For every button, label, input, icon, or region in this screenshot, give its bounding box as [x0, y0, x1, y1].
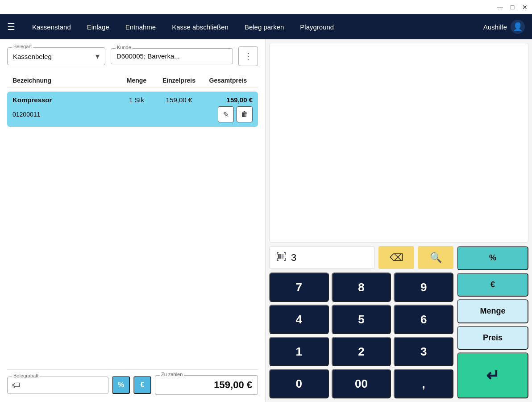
belegrabatt-label: Belegrabatt: [12, 373, 40, 378]
col-einzelpreis: Einzelpreis: [154, 77, 204, 84]
keypad-input-row: 3 ⌫ 🔍: [269, 246, 453, 269]
keypad-input-display[interactable]: 3: [269, 246, 375, 269]
key-3[interactable]: 3: [394, 337, 453, 366]
keypad-input-value: 3: [291, 252, 296, 264]
search-icon: 🔍: [430, 252, 442, 264]
key-5[interactable]: 5: [332, 305, 391, 334]
belegart-value: Kassenbeleg: [13, 53, 52, 60]
nav-user-label: Aushilfe: [483, 23, 507, 31]
discount-euro-button[interactable]: €: [133, 376, 151, 394]
key-7[interactable]: 7: [269, 272, 329, 302]
title-bar: — □ ✕: [0, 0, 532, 14]
key-comma[interactable]: ,: [394, 369, 453, 398]
svg-rect-3: [285, 252, 286, 255]
key-4[interactable]: 4: [269, 305, 329, 334]
col-gesamtpreis: Gesamtpreis: [204, 77, 253, 84]
discount-percent-button[interactable]: %: [112, 376, 130, 394]
hamburger-button[interactable]: ☰: [7, 21, 15, 32]
close-button[interactable]: ✕: [521, 4, 528, 11]
delete-key-button[interactable]: ⌫: [378, 246, 414, 269]
key-8[interactable]: 8: [332, 272, 391, 302]
item-code: 01200011: [12, 111, 40, 118]
search-key-button[interactable]: 🔍: [418, 246, 453, 269]
nav-kassenstand[interactable]: Kassenstand: [24, 14, 79, 39]
nav-einlage[interactable]: Einlage: [79, 14, 117, 39]
svg-rect-1: [277, 252, 278, 255]
zu-zahlen-field: Zu zahlen 159,00 €: [155, 375, 258, 395]
col-bezeichnung: Bezeichnung: [12, 77, 119, 84]
belegart-arrow-icon: ▾: [96, 51, 100, 61]
main-content: Belegart Kassenbeleg ▾ Kunde D600005; Ba…: [0, 39, 532, 402]
menge-button[interactable]: Menge: [457, 299, 528, 323]
user-avatar: 👤: [511, 20, 525, 34]
key-1[interactable]: 1: [269, 337, 329, 366]
minimize-button[interactable]: —: [496, 4, 503, 11]
edit-button[interactable]: ✎: [218, 106, 234, 122]
more-button[interactable]: ⋮: [238, 46, 258, 66]
table-row[interactable]: Kompressor 1 Stk 159,00 € 159,00 € 01200…: [7, 92, 258, 127]
key-6[interactable]: 6: [394, 305, 453, 334]
nav-beleg-parken[interactable]: Beleg parken: [237, 14, 292, 39]
svg-rect-13: [278, 256, 285, 257]
item-row-top: Kompressor 1 Stk 159,00 € 159,00 €: [12, 96, 253, 104]
navbar: ☰ Kassenstand Einlage Entnahme Kasse abs…: [0, 14, 532, 39]
bottom-bar: Belegrabatt 🏷 % € Zu zahlen 159,00 €: [7, 369, 258, 395]
belegart-field[interactable]: Belegart Kassenbeleg ▾: [7, 47, 105, 65]
item-actions: ✎ 🗑: [218, 106, 253, 122]
key-9[interactable]: 9: [394, 272, 453, 302]
enter-button[interactable]: ↵: [457, 352, 528, 398]
item-gesamtpreis: 159,00 €: [204, 96, 253, 104]
key-0[interactable]: 0: [269, 369, 329, 398]
enter-icon: ↵: [486, 366, 499, 385]
kunde-value: D600005; Barverka...: [116, 52, 180, 60]
item-name: Kompressor: [12, 96, 119, 104]
svg-rect-7: [285, 258, 286, 261]
col-menge: Menge: [119, 77, 154, 84]
item-row-bottom: 01200011 ✎ 🗑: [12, 106, 253, 122]
keypad-grid: 7 8 9 4 5 6 1 2 3 0 00 ,: [269, 272, 453, 398]
delete-button[interactable]: 🗑: [237, 106, 253, 122]
form-row: Belegart Kassenbeleg ▾ Kunde D600005; Ba…: [7, 46, 258, 66]
svg-rect-5: [277, 258, 278, 261]
total-value: 159,00 €: [161, 379, 252, 391]
belegrabatt-field: Belegrabatt 🏷: [7, 377, 108, 394]
key-2[interactable]: 2: [332, 337, 391, 366]
scan-icon: [276, 251, 287, 264]
nav-entnahme[interactable]: Entnahme: [117, 14, 164, 39]
table-header: Bezeichnung Menge Einzelpreis Gesamtprei…: [7, 73, 258, 88]
nav-kasse-abschliessen[interactable]: Kasse abschließen: [164, 14, 237, 39]
kunde-field[interactable]: Kunde D600005; Barverka...: [111, 48, 233, 64]
item-einzelpreis: 159,00 €: [154, 96, 204, 104]
item-qty: 1 Stk: [119, 96, 154, 104]
product-area: [269, 43, 528, 243]
preis-button[interactable]: Preis: [457, 326, 528, 350]
keypad-left: 3 ⌫ 🔍 7 8 9 4 5 6 1 2: [269, 246, 453, 398]
maximize-button[interactable]: □: [509, 4, 516, 11]
keypad-area: 3 ⌫ 🔍 7 8 9 4 5 6 1 2: [269, 246, 528, 398]
kunde-label: Kunde: [116, 45, 133, 50]
keypad-right: % € Menge Preis ↵: [457, 246, 528, 398]
percent-function-button[interactable]: %: [457, 246, 528, 270]
nav-playground[interactable]: Playground: [292, 14, 342, 39]
zu-zahlen-label: Zu zahlen: [160, 372, 184, 377]
left-panel: Belegart Kassenbeleg ▾ Kunde D600005; Ba…: [0, 39, 266, 402]
tag-icon: 🏷: [12, 381, 20, 390]
nav-user[interactable]: Aushilfe 👤: [483, 20, 525, 34]
euro-function-button[interactable]: €: [457, 273, 528, 297]
belegart-label: Belegart: [12, 44, 33, 49]
key-00[interactable]: 00: [332, 369, 391, 398]
right-panel: 3 ⌫ 🔍 7 8 9 4 5 6 1 2: [266, 39, 532, 402]
backspace-icon: ⌫: [390, 252, 403, 264]
